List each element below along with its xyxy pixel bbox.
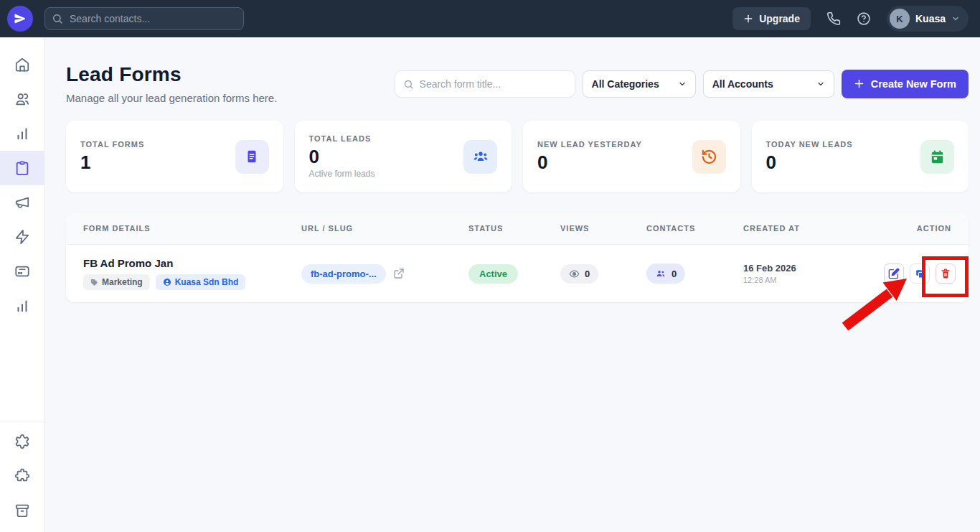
table-header-row: FORM DETAILS URL / SLUG STATUS VIEWS CON… bbox=[66, 213, 969, 245]
chevron-down-icon bbox=[951, 14, 960, 23]
slug-cell: fb-ad-promo-... bbox=[301, 264, 468, 284]
topbar: Upgrade K Kuasa bbox=[0, 0, 980, 37]
stat-card-total-leads: TOTAL LEADS 0 Active form leads bbox=[295, 121, 512, 192]
copy-icon bbox=[914, 268, 926, 280]
sidebar-divider bbox=[0, 421, 44, 421]
tag-icon bbox=[90, 279, 98, 286]
contacts-cell: 0 bbox=[646, 263, 743, 284]
external-link-icon[interactable] bbox=[393, 268, 405, 279]
account-filter-select[interactable]: All Accounts bbox=[703, 70, 834, 98]
sidebar-spacer bbox=[0, 323, 44, 421]
people-icon bbox=[655, 268, 666, 279]
page-subtitle: Manage all your lead generation forms he… bbox=[66, 92, 277, 104]
sidebar-item-reports[interactable] bbox=[0, 289, 44, 323]
home-icon bbox=[14, 57, 30, 73]
sidebar-item-forms[interactable] bbox=[0, 151, 44, 185]
page-header-text: Lead Forms Manage all your lead generati… bbox=[66, 63, 277, 104]
edit-icon bbox=[888, 268, 900, 279]
users-icon bbox=[14, 91, 30, 107]
category-filter-select[interactable]: All Categories bbox=[583, 70, 696, 98]
form-details-cell: FB Ad Promo Jan Marketing Kuasa Sdn Bhd bbox=[83, 257, 301, 290]
sidebar-item-automations[interactable] bbox=[0, 220, 44, 254]
user-menu[interactable]: K Kuasa bbox=[887, 6, 969, 32]
upgrade-label: Upgrade bbox=[759, 13, 800, 24]
plus-icon bbox=[854, 78, 864, 89]
category-tag[interactable]: Marketing bbox=[83, 274, 150, 290]
account-tag[interactable]: Kuasa Sdn Bhd bbox=[156, 274, 246, 290]
plus-icon bbox=[743, 14, 753, 24]
sidebar-item-billing[interactable] bbox=[0, 254, 44, 289]
created-time: 12:28 AM bbox=[743, 276, 884, 284]
document-icon bbox=[235, 140, 269, 174]
status-badge: Active bbox=[468, 264, 518, 284]
sidebar bbox=[0, 37, 44, 532]
stat-label: TODAY NEW LEADS bbox=[766, 140, 853, 149]
stat-card-new-lead-yesterday: NEW LEAD YESTERDAY 0 bbox=[523, 121, 740, 192]
history-icon bbox=[692, 140, 726, 174]
created-at-cell: 16 Feb 2026 12:28 AM bbox=[743, 263, 884, 284]
create-new-form-button[interactable]: Create New Form bbox=[842, 70, 969, 98]
slug-link[interactable]: fb-ad-promo-... bbox=[301, 264, 386, 284]
people-group-icon bbox=[463, 140, 497, 174]
person-circle-icon bbox=[163, 278, 171, 286]
topbar-right: Upgrade K Kuasa bbox=[732, 6, 969, 32]
delete-button[interactable] bbox=[936, 263, 956, 284]
views-pill: 0 bbox=[560, 264, 598, 284]
duplicate-button[interactable] bbox=[910, 263, 930, 284]
page-title: Lead Forms bbox=[66, 63, 277, 86]
stat-card-today-new-leads: TODAY NEW LEADS 0 bbox=[752, 121, 969, 192]
sidebar-item-archive[interactable] bbox=[0, 493, 44, 528]
account-filter-value: All Accounts bbox=[712, 78, 773, 90]
search-form-title-input[interactable] bbox=[395, 70, 575, 98]
col-form-details: FORM DETAILS bbox=[83, 224, 301, 233]
gear-icon bbox=[14, 434, 30, 449]
category-filter-value: All Categories bbox=[592, 78, 659, 90]
chevron-down-icon bbox=[678, 80, 687, 88]
avatar: K bbox=[890, 9, 910, 29]
create-button-label: Create New Form bbox=[871, 78, 956, 90]
col-url-slug: URL / SLUG bbox=[301, 224, 468, 233]
form-search bbox=[395, 70, 575, 98]
trash-icon bbox=[940, 268, 951, 279]
edit-button[interactable] bbox=[884, 263, 904, 284]
sidebar-bottom bbox=[0, 424, 44, 532]
stat-card-total-forms: TOTAL FORMS 1 bbox=[66, 121, 283, 192]
bar-chart-icon bbox=[14, 126, 30, 141]
stat-label: NEW LEAD YESTERDAY bbox=[537, 140, 642, 149]
status-cell: Active bbox=[468, 264, 560, 284]
col-views: VIEWS bbox=[560, 224, 646, 233]
megaphone-icon bbox=[14, 195, 30, 210]
card-icon bbox=[14, 263, 30, 279]
app-logo[interactable] bbox=[7, 6, 33, 32]
sidebar-item-home[interactable] bbox=[0, 47, 44, 82]
stat-value: 0 bbox=[537, 152, 642, 173]
send-icon bbox=[14, 12, 27, 25]
bolt-icon bbox=[14, 229, 30, 245]
stat-sublabel: Active form leads bbox=[309, 169, 375, 179]
sidebar-item-contacts[interactable] bbox=[0, 82, 44, 116]
sidebar-item-settings[interactable] bbox=[0, 424, 44, 459]
help-icon[interactable] bbox=[857, 11, 871, 26]
topbar-search bbox=[44, 7, 244, 30]
col-status: STATUS bbox=[468, 224, 560, 233]
upgrade-button[interactable]: Upgrade bbox=[732, 7, 811, 30]
archive-icon bbox=[14, 503, 30, 518]
phone-icon[interactable] bbox=[826, 11, 841, 26]
contacts-pill: 0 bbox=[646, 263, 685, 284]
main-content: Lead Forms Manage all your lead generati… bbox=[44, 37, 980, 532]
page-header: Lead Forms Manage all your lead generati… bbox=[66, 63, 969, 104]
user-name: Kuasa bbox=[915, 13, 946, 24]
col-action: ACTION bbox=[884, 224, 951, 233]
sidebar-item-analytics[interactable] bbox=[0, 116, 44, 151]
puzzle-icon bbox=[14, 468, 30, 484]
search-contacts-input[interactable] bbox=[44, 7, 244, 30]
stat-label: TOTAL FORMS bbox=[80, 140, 144, 149]
sidebar-item-integrations[interactable] bbox=[0, 459, 44, 493]
stat-value: 1 bbox=[80, 152, 144, 173]
chevron-down-icon bbox=[816, 80, 825, 88]
calendar-icon bbox=[920, 140, 954, 174]
clipboard-icon bbox=[14, 160, 30, 176]
col-contacts: CONTACTS bbox=[646, 224, 743, 233]
sidebar-item-campaigns[interactable] bbox=[0, 185, 44, 220]
eye-icon bbox=[569, 269, 580, 279]
